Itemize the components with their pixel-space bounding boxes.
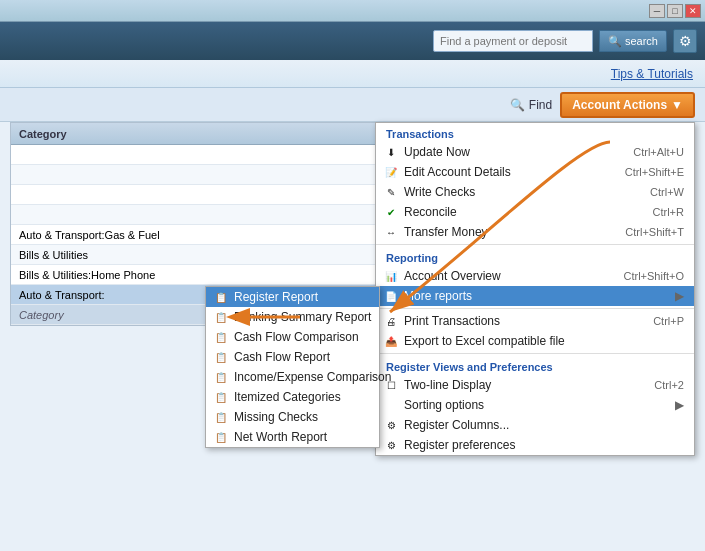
print-icon: 🖨 (384, 314, 398, 328)
menu-item-transfer-money[interactable]: ↔ Transfer Money Ctrl+Shift+T (376, 222, 694, 242)
category-column-header: Category (19, 128, 67, 140)
submenu-arrow-icon: ▶ (675, 289, 684, 303)
report-icon: 📋 (214, 410, 228, 424)
register-header: Category (11, 123, 399, 145)
toolbar-row: 🔍 Find Account Actions ▼ (0, 88, 705, 122)
main-area: 🔍 Find Account Actions ▼ Category Auto &… (0, 88, 705, 551)
menu-item-export-excel[interactable]: 📤 Export to Excel compatible file (376, 331, 694, 351)
tips-bar: Tips & Tutorials (0, 60, 705, 88)
menu-divider (376, 244, 694, 245)
report-icon: 📋 (214, 290, 228, 304)
table-row (11, 165, 399, 185)
overview-icon: 📊 (384, 269, 398, 283)
window-controls: ─ □ ✕ (649, 4, 701, 18)
submenu-item-net-worth[interactable]: 📋 Net Worth Report (206, 427, 379, 447)
submenu-item-cash-flow-report[interactable]: 📋 Cash Flow Report (206, 347, 379, 367)
account-actions-button[interactable]: Account Actions ▼ (560, 92, 695, 118)
submenu-item-register-report[interactable]: 📋 Register Report (206, 287, 379, 307)
submenu-item-missing-checks[interactable]: 📋 Missing Checks (206, 407, 379, 427)
table-row (11, 185, 399, 205)
tips-tutorials-link[interactable]: Tips & Tutorials (611, 67, 693, 81)
account-actions-label: Account Actions (572, 98, 667, 112)
submenu-item-cash-flow-comparison[interactable]: 📋 Cash Flow Comparison (206, 327, 379, 347)
transfer-icon: ↔ (384, 225, 398, 239)
find-label: Find (529, 98, 552, 112)
menu-item-more-reports[interactable]: 📄 More reports ▶ 📋 Register Report 📋 Ban… (376, 286, 694, 306)
submenu-item-itemized-categories[interactable]: 📋 Itemized Categories (206, 387, 379, 407)
submenu: 📋 Register Report 📋 Banking Summary Repo… (205, 286, 380, 448)
search-bar: 🔍 search ⚙ (0, 22, 705, 60)
account-actions-arrow-icon: ▼ (671, 98, 683, 112)
report-icon: 📋 (214, 430, 228, 444)
menu-item-two-line-display[interactable]: ☐ Two-line Display Ctrl+2 (376, 375, 694, 395)
gear-icon: ⚙ (679, 33, 692, 49)
close-button[interactable]: ✕ (685, 4, 701, 18)
dropdown-menu: Transactions ⬇ Update Now Ctrl+Alt+U 📝 E… (375, 122, 695, 456)
search-label: search (625, 35, 658, 47)
transactions-section-header: Transactions (376, 123, 694, 142)
menu-item-account-overview[interactable]: 📊 Account Overview Ctrl+Shift+O (376, 266, 694, 286)
menu-divider (376, 308, 694, 309)
table-row: Bills & Utilities (11, 245, 399, 265)
sort-icon (384, 398, 398, 412)
export-icon: 📤 (384, 334, 398, 348)
search-button[interactable]: 🔍 search (599, 30, 667, 52)
title-bar: ─ □ ✕ (0, 0, 705, 22)
reports-icon: 📄 (384, 289, 398, 303)
report-icon: 📋 (214, 310, 228, 324)
menu-item-register-columns[interactable]: ⚙ Register Columns... (376, 415, 694, 435)
table-row (11, 145, 399, 165)
menu-item-register-preferences[interactable]: ⚙ Register preferences (376, 435, 694, 455)
row-category: Bills & Utilities:Home Phone (19, 269, 155, 281)
table-row (11, 205, 399, 225)
row-category: Bills & Utilities (19, 249, 88, 261)
submenu-arrow-icon: ▶ (675, 398, 684, 412)
report-icon: 📋 (214, 390, 228, 404)
row-category: Auto & Transport:Gas & Fuel (19, 229, 160, 241)
submenu-item-banking-summary[interactable]: 📋 Banking Summary Report (206, 307, 379, 327)
find-icon: 🔍 (510, 98, 525, 112)
maximize-button[interactable]: □ (667, 4, 683, 18)
menu-item-update-now[interactable]: ⬇ Update Now Ctrl+Alt+U (376, 142, 694, 162)
columns-icon: ⚙ (384, 418, 398, 432)
submenu-item-income-expense[interactable]: 📋 Income/Expense Comparison (206, 367, 379, 387)
table-row: Bills & Utilities:Home Phone (11, 265, 399, 285)
edit-icon: 📝 (384, 165, 398, 179)
report-icon: 📋 (214, 370, 228, 384)
menu-item-sorting-options[interactable]: Sorting options ▶ (376, 395, 694, 415)
minimize-button[interactable]: ─ (649, 4, 665, 18)
row-category: Category (19, 309, 64, 321)
menu-divider (376, 353, 694, 354)
check-icon: ✎ (384, 185, 398, 199)
search-input[interactable] (433, 30, 593, 52)
find-button[interactable]: 🔍 Find (510, 98, 552, 112)
gear-button[interactable]: ⚙ (673, 29, 697, 53)
row-category: Auto & Transport: (19, 289, 105, 301)
menu-item-print-transactions[interactable]: 🖨 Print Transactions Ctrl+P (376, 311, 694, 331)
reconcile-icon: ✔ (384, 205, 398, 219)
search-icon: 🔍 (608, 35, 622, 48)
table-row: Auto & Transport:Gas & Fuel (11, 225, 399, 245)
reporting-section-header: Reporting (376, 247, 694, 266)
prefs-icon: ⚙ (384, 438, 398, 452)
download-icon: ⬇ (384, 145, 398, 159)
menu-item-edit-account[interactable]: 📝 Edit Account Details Ctrl+Shift+E (376, 162, 694, 182)
menu-item-reconcile[interactable]: ✔ Reconcile Ctrl+R (376, 202, 694, 222)
report-icon: 📋 (214, 350, 228, 364)
report-icon: 📋 (214, 330, 228, 344)
menu-item-write-checks[interactable]: ✎ Write Checks Ctrl+W (376, 182, 694, 202)
register-views-section-header: Register Views and Preferences (376, 356, 694, 375)
